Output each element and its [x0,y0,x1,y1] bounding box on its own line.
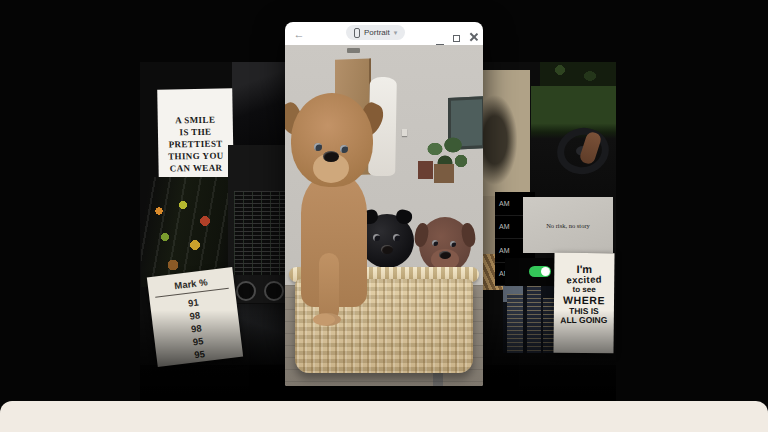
puppy-nose [323,151,339,162]
chevron-down-icon: ▾ [394,29,398,37]
shelf-box [418,161,433,179]
wall-socket [402,129,407,136]
tan-puppy-paw [313,313,341,326]
restore-icon [453,35,460,42]
puppies-photo [285,45,483,386]
wall-vent [347,48,360,53]
puppy-nose [381,245,393,254]
wallpaper-smile-poster: A SMILE IS THE PRETTIEST THING YOU CAN W… [157,88,234,180]
wallpaper-dashboard-photo [228,145,292,303]
toggle-switch [529,266,551,277]
puppy-eye [314,143,322,151]
portrait-window: ← Portrait ▾ [285,22,483,386]
puppy-eye [450,241,456,247]
puppy-eye [373,234,380,241]
puppy-nose [439,251,451,259]
wallpaper-toggle-photo [505,258,557,286]
wallpaper-sand-photo [483,70,530,197]
desktop: A SMILE IS THE PRETTIEST THING YOU CAN W… [0,0,768,432]
toggle-knob [541,267,550,276]
wallpaper-no-risk-card: No risk, no story [523,197,613,253]
tan-puppy-leg [319,253,339,321]
puppy-eye [432,240,438,246]
dashboard-gauge [264,281,284,301]
puppy-eye [393,234,400,241]
orientation-chip[interactable]: Portrait ▾ [346,25,405,40]
orientation-label: Portrait [364,28,390,37]
phone-icon [354,28,360,38]
excited-line: excited [554,275,614,287]
back-button[interactable]: ← [292,27,306,41]
dashboard-data-sheet [234,191,286,275]
smile-line: CAN WEAR [158,161,233,174]
shelf [0,401,768,432]
close-button[interactable] [469,33,478,42]
wallpaper-car-hood-photo [232,62,292,146]
wallpaper-sand-strip [483,196,495,256]
wallpaper-leaves-photo [540,62,616,87]
window-titlebar[interactable]: ← Portrait ▾ [285,22,483,45]
back-arrow-icon: ← [294,28,305,40]
puppy-eye [340,145,348,153]
dashboard-gauge [236,281,256,301]
shelf-box [434,164,454,183]
minimize-button[interactable] [436,31,445,40]
wallpaper-steering-wheel-photo [531,86,616,196]
restore-button[interactable] [452,31,461,40]
black-puppy-head [360,214,414,268]
no-risk-text: No risk, no story [546,222,590,229]
brown-puppy-head [419,217,471,273]
